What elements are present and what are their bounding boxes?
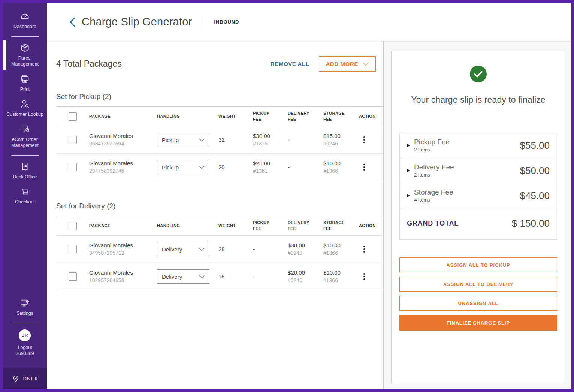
expand-triangle-icon[interactable] [407,144,410,147]
delivery-fee-ref: #0246 [288,277,323,284]
select-all-checkbox[interactable] [69,112,77,121]
sidebar-item-label: Parcel Management [5,55,45,67]
grand-total-amount: $ 150.00 [512,218,550,229]
fee-row-delivery: Delivery Fee 2 Items $50.00 [400,158,557,183]
weight-value: 20 [218,163,253,171]
page-header: Charge Slip Generator INBOUND [47,3,571,41]
delivery-fee-ref: #0248 [288,249,323,257]
fee-label: Storage Fee [414,188,453,196]
delivery-fee-value: - [288,136,323,144]
fee-label: Delivery Fee [414,163,454,171]
location-label: DNEK [23,376,39,382]
col-header-pickup-fee: PICKUP FEE [253,220,288,232]
table-row: Giovanni Morales 968473927594 Pickup 32 … [56,126,384,154]
delivery-table: PACKAGE HANDLING WEIGHT PICKUP FEE DELIV… [56,216,384,290]
handling-select[interactable]: Pickup [157,133,209,147]
app-frame: Dashboard Parcel Management Print [3,3,571,389]
select-all-checkbox[interactable] [69,222,77,230]
row-actions-kebab-icon[interactable] [359,135,369,145]
back-office-icon [20,162,30,172]
content-row: 4 Total Packages REMOVE ALL ADD MORE Set… [47,41,571,389]
package-tracking: 968473927594 [89,140,157,147]
sidebar-item-back-office[interactable]: Back Office [3,159,47,184]
sidebar-item-parcel-management[interactable]: Parcel Management [3,40,47,71]
sidebar-item-label: Back Office [5,174,45,180]
pickup-table: PACKAGE HANDLING WEIGHT PICKUP FEE DELIV… [56,106,384,181]
chevron-down-icon [199,166,205,169]
finalize-charge-slip-button[interactable]: FINALIZE CHARGE SLIP [399,315,557,331]
sidebar-item-print[interactable]: Print [3,71,47,96]
dashboard-icon [20,11,30,21]
delivery-fee-value: $20.00 [288,269,323,277]
grand-total-label: GRAND TOTAL [407,220,459,227]
col-header-package: PACKAGE [89,114,157,120]
fee-row-pickup: Pickup Fee 2 Items $55.00 [400,133,557,158]
row-actions-kebab-icon[interactable] [359,272,369,281]
row-actions-kebab-icon[interactable] [359,244,369,254]
row-actions-kebab-icon[interactable] [359,162,369,172]
mode-badge: INBOUND [214,19,239,25]
sidebar-item-dashboard[interactable]: Dashboard [3,8,47,33]
sidebar-item-settings[interactable]: Settings [3,295,47,320]
package-tracking: 102957384658 [89,277,157,284]
expand-triangle-icon[interactable] [407,194,410,197]
sidebar-item-customer-lookup[interactable]: Customer Lookup [3,96,47,121]
package-tracking: 349587295712 [89,249,157,257]
sidebar-item-label: Print [5,86,45,92]
avatar: JR [19,329,31,341]
chevron-down-icon [363,62,369,66]
sidebar: Dashboard Parcel Management Print [3,3,47,389]
storage-fee-value: $15.00 [323,132,359,140]
pickup-fee-value: - [253,273,288,280]
row-checkbox[interactable] [69,272,77,281]
col-header-storage-fee: STORAGE FEE [323,220,359,232]
unassign-all-button[interactable]: UNASSIGN ALL [399,296,557,311]
header-divider [203,15,203,29]
summary-buttons: ASSIGN ALL TO PICKUP ASSIGN ALL TO DELIV… [399,257,557,331]
col-header-storage-fee: STORAGE FEE [323,111,359,123]
col-header-weight: WEIGHT [218,223,253,229]
add-more-button[interactable]: ADD MORE [319,56,376,72]
status-message: Your charge slip is ready to finalize [399,95,557,105]
assign-all-to-pickup-button[interactable]: ASSIGN ALL TO PICKUP [399,257,557,272]
row-checkbox[interactable] [69,136,77,144]
logout-id: 3690389 [16,350,34,356]
col-header-weight: WEIGHT [218,114,253,120]
col-header-delivery-fee: DELIVERY FEE [288,220,323,232]
charge-slip-summary-panel: Your charge slip is ready to finalize Pi… [391,51,565,383]
remove-all-button[interactable]: REMOVE ALL [271,61,309,67]
pickup-fee-ref: #1315 [253,140,288,147]
storage-fee-value: $10.00 [323,242,359,249]
back-button[interactable] [69,17,75,27]
weight-value: 15 [218,273,253,280]
assign-all-to-delivery-button[interactable]: ASSIGN ALL TO DELIVERY [399,277,557,292]
sidebar-divider [11,36,39,37]
page-title: Charge Slip Generator [82,16,192,28]
parcel-icon [20,43,30,53]
pickup-fee-value: - [253,245,288,253]
row-checkbox[interactable] [69,163,77,171]
col-header-handling: HANDLING [157,223,218,229]
handling-select[interactable]: Delivery [157,269,209,284]
expand-triangle-icon[interactable] [407,169,410,172]
sidebar-item-ecom-order-management[interactable]: eCom Order Management [3,121,47,152]
sidebar-item-label: Settings [5,310,45,316]
pickup-fee-value: $25.00 [253,160,288,167]
logout-button[interactable]: JR Logout 3690389 [16,326,34,356]
fee-label: Pickup Fee [414,138,450,146]
section-title-delivery: Set for Delivery (2) [56,202,383,210]
chevron-down-icon [199,138,205,142]
row-checkbox[interactable] [69,245,77,253]
sidebar-item-checkout[interactable]: Checkout [3,184,47,209]
section-title-pickup: Set for Pickup (2) [56,93,383,101]
location-selector[interactable]: DNEK [3,368,47,389]
col-header-pickup-fee: PICKUP FEE [253,111,288,123]
location-pin-icon [12,375,20,383]
grand-total-row: GRAND TOTAL $ 150.00 [400,208,557,239]
handling-select[interactable]: Delivery [157,242,209,256]
handling-select[interactable]: Pickup [157,160,209,174]
package-name: Giovanni Morales [89,269,157,277]
sidebar-divider [11,323,39,323]
weight-value: 28 [218,245,253,253]
cart-icon [20,187,30,197]
